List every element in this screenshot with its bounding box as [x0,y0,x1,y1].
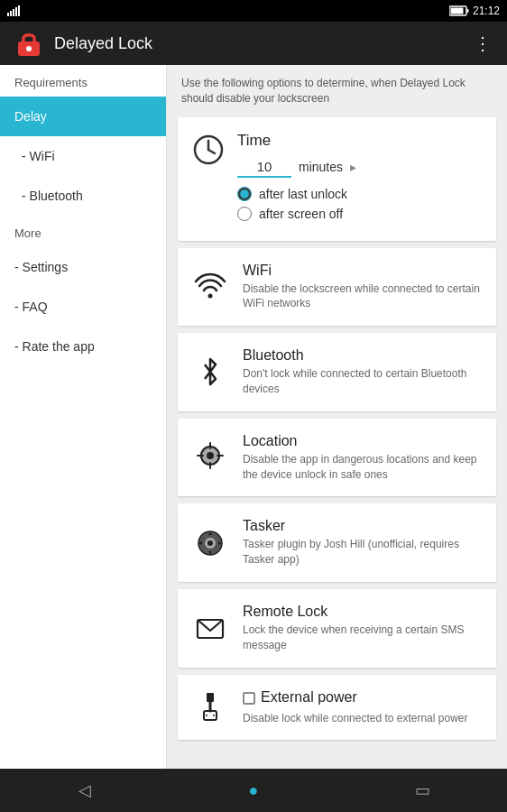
time-display: 21:12 [473,5,500,17]
svg-rect-7 [450,8,463,14]
svg-rect-2 [13,9,14,16]
radio-after-last-unlock-input[interactable] [237,187,252,201]
external-power-desc: Disable lock while connected to external… [243,711,482,726]
svg-rect-4 [18,5,20,16]
bluetooth-card[interactable]: Bluetooth Don't lock while connected to … [178,333,496,411]
external-power-card[interactable]: External power Disable lock while connec… [178,675,496,741]
description-text: Use the following options to determine, … [178,76,496,106]
status-bar-right: 21:12 [449,5,500,17]
recents-button[interactable]: ▭ [404,772,440,808]
home-button[interactable]: ● [235,772,272,808]
svg-point-9 [26,46,32,51]
bottom-nav-bar: ◁ ● ▭ [0,769,507,812]
sidebar-item-delay[interactable]: Delay [0,97,166,136]
unit-dropdown-arrow[interactable]: ▸ [350,160,356,174]
wifi-desc: Disable the lockscreen while connected t… [243,281,482,312]
remote-lock-text: Remote Lock Lock the device when receivi… [243,604,482,653]
svg-rect-3 [15,7,17,16]
sidebar-item-wifi[interactable]: - WiFi [0,136,166,176]
radio-after-last-unlock-label: after last unlock [259,187,347,201]
time-icon [192,134,225,166]
external-power-checkbox[interactable] [243,692,255,705]
back-button[interactable]: ◁ [67,772,103,808]
location-title: Location [243,433,482,449]
battery-icon [449,5,469,16]
location-card[interactable]: Location Disable the app in dangerous lo… [178,419,496,497]
signal-icon [7,5,22,16]
location-text: Location Disable the app in dangerous lo… [243,433,482,483]
tasker-title: Tasker [243,518,482,534]
remote-lock-title: Remote Lock [243,604,482,620]
radio-after-last-unlock: after last unlock [237,187,482,201]
bluetooth-text: Bluetooth Don't lock while connected to … [243,347,482,397]
app-icon [14,29,43,58]
status-bar: 21:12 [0,0,507,22]
right-panel: Use the following options to determine, … [167,65,507,769]
tasker-text: Tasker Tasker plugin by Josh Hill (unoff… [243,518,482,567]
remote-lock-card[interactable]: Remote Lock Lock the device when receivi… [178,589,496,668]
svg-point-13 [208,293,213,298]
wifi-text: WiFi Disable the lockscreen while connec… [243,263,482,312]
tasker-card[interactable]: Tasker Tasker plugin by Josh Hill (unoff… [178,503,496,582]
location-icon [192,439,228,475]
wifi-title: WiFi [243,263,482,279]
sidebar-item-rate[interactable]: - Rate the app [0,327,166,366]
sidebar-item-bluetooth[interactable]: - Bluetooth [0,176,166,216]
radio-after-screen-off-input[interactable] [237,207,252,221]
remote-lock-desc: Lock the device when receiving a certain… [243,623,482,653]
svg-line-12 [208,150,215,153]
sidebar-section-more: More [0,216,166,247]
svg-point-15 [207,452,214,459]
time-card: Time minutes ▸ after last unlock after s… [178,117,496,241]
sidebar-item-settings[interactable]: - Settings [0,247,166,287]
title-bar: Delayed Lock ⋮ [0,22,507,65]
email-icon [192,610,228,646]
power-icon [192,689,228,725]
radio-after-screen-off-label: after screen off [259,207,343,221]
sidebar-section-requirements: Requirements [0,65,166,97]
bluetooth-desc: Don't lock while connected to certain Bl… [243,366,482,397]
title-bar-title: Delayed Lock [54,34,474,53]
external-power-text: External power Disable lock while connec… [243,689,482,726]
svg-point-18 [207,540,213,546]
time-input-row: minutes ▸ [237,157,482,178]
bluetooth-title: Bluetooth [243,347,482,364]
wifi-icon [192,269,228,305]
bluetooth-icon [192,354,228,390]
location-desc: Disable the app in dangerous locations a… [243,452,482,483]
svg-rect-1 [10,11,12,16]
wifi-card[interactable]: WiFi Disable the lockscreen while connec… [178,248,496,327]
time-title: Time [237,132,482,150]
status-bar-left [7,5,22,16]
tasker-icon [192,525,228,561]
sidebar: Requirements Delay - WiFi - Bluetooth Mo… [0,65,167,769]
time-value-input[interactable] [237,157,291,178]
radio-after-screen-off: after screen off [237,207,482,221]
external-power-title: External power [261,689,357,706]
svg-rect-6 [466,9,468,13]
main-content: Requirements Delay - WiFi - Bluetooth Mo… [0,65,507,769]
time-unit-label: minutes [299,160,343,174]
tasker-desc: Tasker plugin by Josh Hill (unofficial, … [243,537,482,567]
sidebar-item-faq[interactable]: - FAQ [0,287,166,327]
svg-rect-0 [7,13,9,16]
more-menu-button[interactable]: ⋮ [474,32,493,54]
time-content: Time minutes ▸ after last unlock after s… [237,132,482,226]
